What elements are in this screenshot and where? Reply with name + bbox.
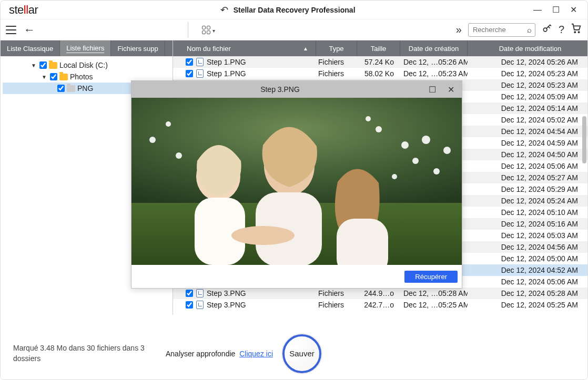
cell-created: Dec 12, …05:28 AM [400,289,468,297]
vertical-scrollbar[interactable] [581,116,587,316]
col-type[interactable]: Type [316,40,357,56]
tab-files-label: Liste fichiers [66,44,104,53]
tree-label-png: PNG [77,84,93,93]
menu-icon[interactable] [6,26,16,34]
recover-button[interactable]: Récupérer [404,271,458,283]
tab-classic[interactable]: Liste Classique [1,40,60,56]
svg-point-7 [422,136,430,144]
cell-size: 57.24 Ko [357,58,400,66]
svg-point-9 [392,174,397,179]
svg-point-13 [149,137,156,143]
tree-check-photos[interactable] [50,73,57,80]
folder-icon [49,62,57,69]
preview-title: Step 3.PNG [131,85,429,94]
preview-footer: Récupérer [131,265,462,288]
cell-created: Dec 12, …05:25 AM [400,301,468,309]
table-row[interactable]: Step 1.PNGFichiers58.02 KoDec 12, …05:23… [173,68,587,79]
row-check[interactable] [186,301,193,309]
tree-check-png[interactable] [57,85,65,92]
tab-extra[interactable]: Fichiers supp [111,40,165,56]
search-field[interactable] [473,26,527,34]
cell-modified: Dec 12, 2024 05:23 AM [468,81,587,89]
file-name: Step 3.PNG [207,301,246,309]
preview-close-icon[interactable]: ✕ [448,85,454,95]
tree-tabs: Liste Classique Liste fichiers Fichiers … [1,40,173,56]
col-modified[interactable]: Date de modification [468,40,587,56]
minimize-button[interactable]: — [533,5,542,15]
preview-image [131,98,462,265]
row-check[interactable] [186,70,193,77]
col-size[interactable]: Taille [357,40,400,56]
cell-type: Fichiers [316,69,357,78]
close-button[interactable]: ✕ [570,5,577,15]
cart-icon[interactable] [571,23,582,37]
col-created-label: Date de création [409,45,459,53]
cell-created: Dec 12, …05:26 AM [400,58,468,66]
tree-label-photos: Photos [70,73,93,81]
help-icon[interactable]: ? [559,24,564,36]
table-row[interactable]: Step 3.PNGFichiers244.9…oDec 12, …05:28 … [173,287,587,299]
file-icon [196,289,204,297]
cell-size: 242.7…o [357,301,400,309]
footer: Marqué 3.48 Mo dans 30 fichiers dans 3 d… [1,327,587,379]
folder-icon [59,74,68,80]
svg-point-5 [401,141,409,149]
titlebar: stellar ↶ Stellar Data Recovery Professi… [1,1,587,19]
col-size-label: Taille [371,45,387,53]
col-created[interactable]: Date de création [400,40,468,56]
file-icon [196,301,204,309]
cell-type: Fichiers [316,58,357,66]
cell-type: Fichiers [316,301,357,309]
table-row[interactable]: Step 1.PNGFichiers57.24 KoDec 12, …05:26… [173,56,587,68]
svg-point-14 [166,121,171,127]
key-icon[interactable] [542,23,552,36]
skip-forward-icon[interactable]: » [456,24,462,36]
cell-modified: Dec 12, 2024 05:09 AM [468,93,587,101]
cell-modified: Dec 12, 2024 05:06 AM [468,278,587,286]
deep-scan-link[interactable]: Cliquez ici [239,350,273,358]
tab-extra-label: Fichiers supp [117,45,158,53]
cell-modified: Dec 12, 2024 05:24 AM [468,197,587,205]
preview-maximize-icon[interactable]: ☐ [429,85,436,95]
maximize-button[interactable]: ☐ [552,5,560,15]
preview-titlebar[interactable]: Step 3.PNG ☐ ✕ [131,81,462,98]
cell-size: 58.02 Ko [357,69,400,78]
back-icon[interactable]: ← [24,24,35,36]
cell-modified: Dec 12, 2024 05:28 AM [468,289,587,297]
cell-modified: Dec 12, 2024 05:29 AM [468,185,587,193]
cell-type: Fichiers [316,289,357,297]
file-name: Step 3.PNG [207,289,246,297]
col-type-label: Type [329,45,343,53]
cell-modified: Dec 12, 2024 05:00 AM [468,254,587,263]
app-title: Stellar Data Recovery Professional [234,6,356,14]
search-icon[interactable]: ⌕ [527,25,532,34]
search-input[interactable]: ⌕ [468,23,535,37]
file-icon [196,58,204,66]
toolbar-separator [188,22,188,38]
cell-created: Dec 12, …05:23 AM [400,69,468,78]
row-check[interactable] [186,58,193,66]
table-row[interactable]: Step 3.PNGFichiers242.7…oDec 12, …05:25 … [173,299,587,311]
tab-files[interactable]: Liste fichiers [60,40,111,56]
cell-modified: Dec 12, 2024 04:54 AM [468,127,587,136]
caret-icon[interactable]: ▼ [40,74,48,80]
cell-modified: Dec 12, 2024 05:14 AM [468,104,587,112]
undo-icon[interactable]: ↶ [220,4,228,16]
grid-header: Nom du fichier ▲ Type Taille Date de cré… [173,40,587,56]
col-name[interactable]: Nom du fichier ▲ [173,40,316,56]
svg-point-1 [574,32,575,33]
col-modified-label: Date de modification [499,45,562,53]
tree-row-root[interactable]: ▼ Local Disk (C:) [3,59,170,71]
marked-summary: Marqué 3.48 Mo dans 30 fichiers dans 3 d… [13,343,160,364]
row-check[interactable] [186,290,193,297]
toolbar: ← ▾ » ⌕ ? [1,19,587,40]
svg-point-15 [176,152,182,159]
view-switch-icon[interactable]: ▾ [202,26,215,34]
caret-icon[interactable]: ▼ [30,63,37,68]
preview-window: Step 3.PNG ☐ ✕ [131,80,462,289]
save-button[interactable]: Sauver [282,334,321,373]
cell-modified: Dec 12, 2024 04:50 AM [468,150,587,159]
logo-text: stellar [9,3,38,17]
tree-check-root[interactable] [39,61,47,69]
cell-modified: Dec 12, 2024 05:10 AM [468,208,587,217]
